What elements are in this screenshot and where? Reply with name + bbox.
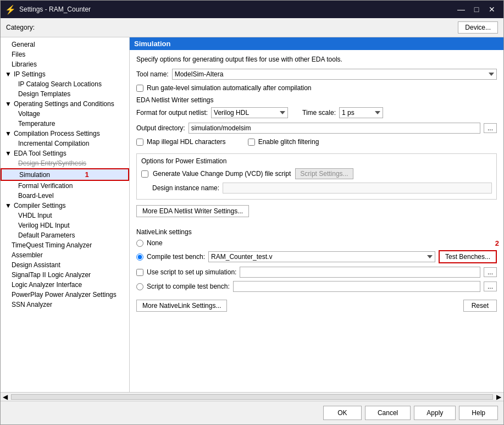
sidebar-item-timequest[interactable]: TimeQuest Timing Analyzer [1,240,129,250]
title-bar: ⚡ Settings - RAM_Counter — □ ✕ [1,1,503,18]
design-instance-label: Design instance name: [152,184,219,192]
more-native-btn[interactable]: More NativeLink Settings... [136,300,227,312]
script-compile-input[interactable] [233,281,480,292]
sidebar-item-powerplay[interactable]: PowerPlay Power Analyzer Settings [1,290,129,300]
compile-tb-radio[interactable] [136,253,143,261]
sidebar-group-ip-settings[interactable]: ▼IP Settings [1,69,129,79]
sidebar-group-compilation[interactable]: ▼Compilation Process Settings [1,129,129,139]
generate-vcd-label: Generate Value Change Dump (VCD) file sc… [153,170,291,178]
category-bar: Category: Device... [1,18,503,37]
compile-tb-select[interactable]: RAM_Counter_test.v [208,251,435,262]
compilation-arrow: ▼ [5,130,12,137]
reset-btn[interactable]: Reset [463,300,497,312]
operating-arrow: ▼ [5,100,12,108]
ok-button[interactable]: OK [323,406,362,420]
maximize-button[interactable]: □ [469,4,484,15]
sidebar-item-assembler[interactable]: Assembler [1,250,129,260]
generate-vcd-checkbox[interactable] [141,170,148,178]
device-button[interactable]: Device... [458,21,498,34]
script-compile-row: Script to compile test bench: ... [136,281,497,292]
use-script-input[interactable] [240,267,480,278]
sidebar-item-ip-catalog[interactable]: IP Catalog Search Locations [1,79,129,89]
scrollbar: ◀ ▶ [1,392,503,401]
scroll-right-btn[interactable]: ▶ [494,393,503,401]
eda-arrow: ▼ [5,150,12,157]
scroll-left-btn[interactable]: ◀ [1,393,10,401]
enable-glitch-row: Enable glitch filtering [248,138,319,146]
tool-name-select[interactable]: ModelSim-Altera [172,69,497,80]
map-illegal-checkbox[interactable] [136,139,143,146]
sidebar-item-files[interactable]: Files [1,49,129,59]
sidebar-item-design-entry[interactable]: Design Entry/Synthesis [1,158,129,168]
sidebar-item-incremental[interactable]: Incremental Compilation [1,139,129,148]
sidebar-item-design-templates[interactable]: Design Templates [1,89,129,99]
category-label: Category: [6,24,35,31]
eda-netlist-title: EDA Netlist Writer settings [136,96,497,104]
window-title: Settings - RAM_Counter [19,5,91,13]
sidebar-item-general[interactable]: General [1,40,129,49]
nativelink-title: NativeLink settings [136,228,497,236]
sidebar-group-operating[interactable]: ▼Operating Settings and Conditions [1,99,129,109]
bottom-bar: OK Cancel Apply Help [1,401,503,424]
script-compile-browse-btn[interactable]: ... [484,282,497,291]
output-dir-input[interactable] [189,123,480,134]
sidebar-item-board-level[interactable]: Board-Level [1,191,129,201]
sidebar-group-eda[interactable]: ▼EDA Tool Settings [1,148,129,158]
sidebar-item-logic-analyzer[interactable]: Logic Analyzer Interface [1,280,129,290]
enable-glitch-label: Enable glitch filtering [258,138,319,146]
section-content: Specify options for generating output fi… [130,50,503,392]
help-button[interactable]: Help [459,406,498,420]
title-bar-left: ⚡ Settings - RAM_Counter [5,4,91,15]
run-gate-level-checkbox[interactable] [136,85,143,92]
content-area: General Files Libraries ▼IP Settings IP … [1,37,503,392]
tool-name-row: Tool name: ModelSim-Altera [136,69,497,80]
section-header: Simulation [130,37,503,50]
use-script-checkbox[interactable] [136,269,143,276]
output-dir-label: Output directory: [136,124,185,132]
sidebar-group-compiler[interactable]: ▼Compiler Settings [1,201,129,211]
apply-button[interactable]: Apply [414,406,456,420]
more-eda-row: More EDA Netlist Writer Settings... [136,205,497,223]
sidebar-item-temperature[interactable]: Temperature [1,119,129,129]
more-eda-btn[interactable]: More EDA Netlist Writer Settings... [136,205,249,217]
design-instance-input[interactable] [223,183,492,194]
enable-glitch-checkbox[interactable] [248,139,255,146]
sidebar-item-simulation[interactable]: Simulation 1 [1,168,129,181]
compile-tb-label: Compile test bench: [147,253,205,261]
output-dir-row: Output directory: ... [136,123,497,134]
none-radio[interactable] [136,240,143,247]
script-settings-btn[interactable]: Script Settings... [295,168,353,179]
cancel-button[interactable]: Cancel [365,406,411,420]
sidebar-item-default-params[interactable]: Default Parameters [1,230,129,240]
script-compile-label: Script to compile test bench: [147,283,230,290]
options-power-title: Options for Power Estimation [141,157,492,165]
tool-name-label: Tool name: [136,70,169,78]
format-select[interactable]: Verilog HDL [211,107,288,118]
close-button[interactable]: ✕ [485,4,499,15]
sidebar-item-formal[interactable]: Formal Verification [1,181,129,191]
output-dir-browse-btn[interactable]: ... [484,123,497,133]
app-icon: ⚡ [5,4,16,15]
map-illegal-label: Map illegal HDL characters [147,138,226,146]
sidebar: General Files Libraries ▼IP Settings IP … [1,37,130,392]
format-timescale-row: Format for output netlist: Verilog HDL T… [136,107,497,118]
minimize-button[interactable]: — [454,4,468,15]
run-gate-level-label: Run gate-level simulation automatically … [147,84,311,92]
script-compile-radio[interactable] [136,283,143,290]
sidebar-item-design-assistant[interactable]: Design Assistant [1,260,129,270]
sidebar-item-vhdl[interactable]: VHDL Input [1,211,129,220]
sidebar-item-signaltap[interactable]: SignalTap II Logic Analyzer [1,270,129,280]
annotation-2-label: 2 [495,239,499,247]
compile-tb-row: Compile test bench: RAM_Counter_test.v 2… [136,250,497,263]
sidebar-item-libraries[interactable]: Libraries [1,59,129,69]
sidebar-item-verilog[interactable]: Verilog HDL Input [1,220,129,230]
run-gate-level-row: Run gate-level simulation automatically … [136,84,497,92]
time-scale-label: Time scale: [302,109,336,117]
time-scale-select[interactable]: 1 ps [339,107,383,118]
use-script-browse-btn[interactable]: ... [484,267,497,277]
ip-settings-arrow: ▼ [5,70,12,78]
test-benches-btn[interactable]: Test Benches... [439,250,497,263]
sidebar-item-ssn[interactable]: SSN Analyzer [1,300,129,310]
right-panel: Simulation Specify options for generatin… [130,37,503,392]
sidebar-item-voltage[interactable]: Voltage [1,109,129,119]
